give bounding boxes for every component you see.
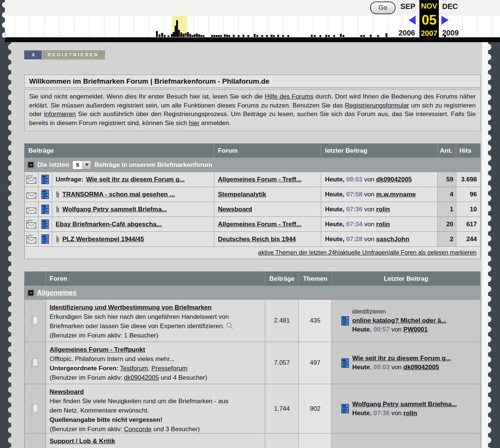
goto-last-post-icon[interactable] — [41, 234, 49, 244]
timeline-capture-bar[interactable] — [266, 35, 268, 37]
month-next-label[interactable]: DEC — [442, 2, 458, 11]
timeline-capture-bar[interactable] — [343, 35, 344, 37]
inline-link[interactable]: hier — [189, 119, 199, 127]
timeline-capture-bar[interactable] — [233, 35, 235, 37]
topic-link[interactable]: Wolfgang Petry sammelt Briefma... — [62, 206, 167, 213]
timeline-capture-bar[interactable] — [191, 35, 193, 37]
forum-title-link[interactable]: Identifizierung und Wertbestimmung von B… — [50, 304, 212, 311]
timeline-capture-bar[interactable] — [314, 35, 316, 37]
forum-title-link[interactable]: Allgemeines Forum - Treffpunkt — [50, 346, 145, 353]
timeline-capture-bar[interactable] — [271, 35, 272, 37]
timeline-capture-bar[interactable] — [200, 35, 202, 37]
timeline-capture-bar[interactable] — [377, 35, 379, 37]
goto-last-post-icon[interactable] — [341, 316, 349, 326]
inline-link[interactable]: aktuelle Umfragen — [340, 249, 388, 256]
timeline-capture-bar[interactable] — [213, 35, 215, 37]
timeline-capture-bar[interactable] — [194, 34, 196, 37]
year-prev-label[interactable]: 2006 — [399, 29, 415, 37]
goto-last-post-icon[interactable] — [41, 190, 49, 199]
timeline-capture-bar[interactable] — [247, 35, 249, 37]
next-capture-arrow-icon[interactable] — [441, 16, 449, 25]
timeline-capture-bar[interactable] — [156, 31, 158, 37]
timeline-capture-bar[interactable] — [218, 35, 220, 37]
timeline-capture-bar[interactable] — [340, 34, 342, 37]
topic-link[interactable]: Ebay Briefmarken-Café abgescha... — [56, 221, 162, 228]
timeline-capture-bar[interactable] — [161, 33, 163, 37]
timeline-capture-bar[interactable] — [178, 30, 180, 37]
goto-last-post-icon-cell[interactable] — [38, 187, 52, 202]
last-post-title-link[interactable]: Wie seit ihr zu diesem Forum g... — [352, 355, 451, 362]
timeline-capture-bar[interactable] — [328, 35, 330, 37]
inline-link[interactable]: alle Foren als gelesen markieren — [390, 249, 476, 256]
goto-last-post-icon[interactable] — [41, 205, 49, 214]
inline-link[interactable]: dk09042005 — [124, 374, 159, 381]
timeline-capture-bar[interactable] — [277, 35, 279, 37]
timeline-capture-bar[interactable] — [238, 35, 240, 37]
timeline-capture-bar[interactable] — [228, 35, 230, 37]
goto-last-post-icon[interactable] — [41, 220, 49, 229]
timeline-capture-bar[interactable] — [360, 35, 362, 37]
topic-link[interactable]: PLZ Werbestempel 1944/45 — [62, 236, 144, 243]
count-select[interactable]: 5 — [72, 161, 91, 169]
last-post-title-link[interactable]: online katalog? Michel oder ä... — [352, 317, 446, 324]
magnifier-icon[interactable] — [226, 322, 233, 329]
last-post-user-link[interactable]: PW0001 — [403, 326, 428, 333]
goto-last-post-icon[interactable] — [41, 175, 49, 184]
forum-link[interactable]: Newsboard — [218, 206, 252, 213]
year-next-label[interactable]: 2009 — [442, 29, 459, 37]
last-post-user-link[interactable]: rolin — [403, 410, 417, 417]
goto-last-post-icon[interactable] — [341, 404, 349, 413]
timeline-capture-bar[interactable] — [333, 35, 335, 37]
timeline-capture-bar[interactable] — [164, 35, 166, 37]
register-button[interactable]: X REGISTRIEREN — [24, 50, 105, 59]
inline-link[interactable]: Hilfe des Forums — [265, 93, 313, 100]
month-prev-label[interactable]: SEP — [400, 2, 415, 11]
goto-last-post-icon-cell[interactable] — [38, 232, 52, 247]
timeline-capture-bar[interactable] — [273, 35, 275, 37]
forum-link[interactable]: Allgemeines Forum - Treff... — [218, 176, 301, 183]
timeline-capture-bar[interactable] — [282, 35, 284, 37]
timeline-capture-bar[interactable] — [370, 35, 372, 37]
go-button[interactable]: Go — [370, 1, 396, 14]
inline-link[interactable]: Registrierungsformular — [345, 102, 409, 109]
inline-link[interactable]: Testforum — [120, 365, 148, 372]
timeline-capture-bar[interactable] — [180, 32, 182, 37]
forum-link[interactable]: Allgemeines Forum - Treff... — [218, 221, 301, 228]
goto-last-post-icon[interactable] — [341, 358, 349, 368]
last-post-user-link[interactable]: dk09042005 — [376, 176, 412, 183]
timeline-capture-bar[interactable] — [256, 35, 258, 37]
timeline-capture-bar[interactable] — [198, 34, 200, 37]
timeline-capture-bar[interactable] — [363, 35, 365, 37]
goto-last-post-icon-cell[interactable] — [38, 172, 52, 187]
timeline-capture-bar[interactable] — [189, 34, 191, 37]
forum-link[interactable]: Deutsches Reich bis 1944 — [218, 236, 296, 243]
timeline-capture-bar[interactable] — [226, 35, 228, 37]
timeline-capture-bar[interactable] — [203, 35, 204, 37]
forum-link[interactable]: Stempelanalytik — [218, 191, 266, 198]
timeline-capture-bar[interactable] — [224, 34, 226, 37]
goto-last-post-icon-cell[interactable] — [38, 202, 52, 217]
forum-title-link[interactable]: Newsboard — [50, 388, 84, 395]
timeline-capture-bar[interactable] — [287, 35, 289, 37]
section-link-allgemeines[interactable]: Allgemeines — [37, 289, 76, 297]
goto-last-post-icon-cell[interactable] — [38, 217, 52, 232]
timeline-capture-bar[interactable] — [319, 35, 321, 37]
topic-link[interactable]: Wie seit ihr zu diesem Forum g... — [86, 176, 185, 183]
timeline-capture-bar[interactable] — [196, 34, 198, 37]
last-post-user-link[interactable]: rolin — [376, 206, 390, 213]
last-post-user-link[interactable]: saschJohn — [376, 236, 409, 243]
timeline-capture-bar[interactable] — [311, 35, 313, 37]
timeline-capture-bar[interactable] — [385, 33, 387, 37]
inline-link[interactable]: informieren — [44, 111, 76, 118]
last-post-user-link[interactable]: m.w.myname — [376, 191, 416, 198]
timeline-capture-bar[interactable] — [254, 34, 256, 37]
timeline-capture-bar[interactable] — [168, 35, 169, 37]
inline-link[interactable]: aktive Themen der letzten 24h — [258, 249, 338, 256]
forum-title-link[interactable]: Support / Lob & Kritik — [50, 438, 115, 445]
timeline-capture-bar[interactable] — [325, 35, 327, 37]
last-post-title-link[interactable]: Wolfgang Petry sammelt Briefma... — [352, 401, 457, 408]
timeline-capture-bar[interactable] — [261, 35, 263, 37]
collapse-icon[interactable]: − — [28, 162, 34, 168]
inline-link[interactable]: Concorde — [124, 426, 151, 433]
topic-link[interactable]: TRANSORMA - schon mal gesehen ... — [62, 191, 175, 198]
